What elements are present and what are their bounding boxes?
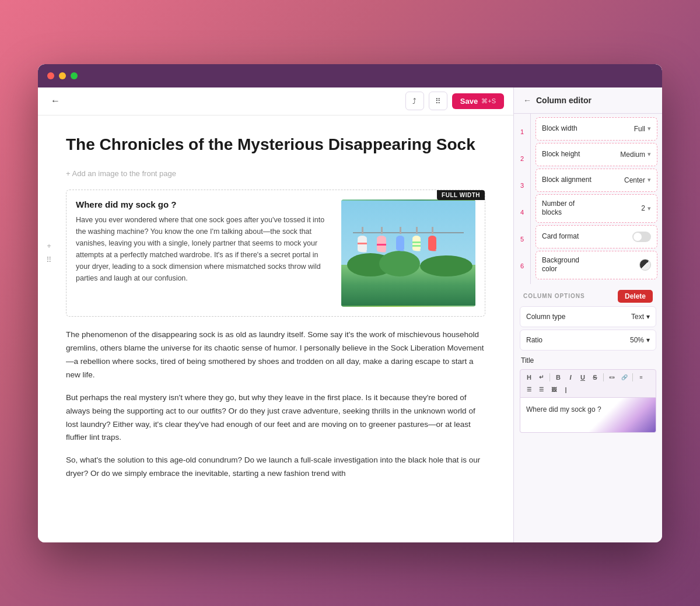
number-of-blocks-label: Number of blocks	[542, 199, 593, 218]
ratio-value-container: 50% ▾	[630, 336, 650, 344]
toolbar-align-btn[interactable]: ≡	[636, 372, 646, 383]
ratio-label: Ratio	[526, 336, 542, 344]
column-options-label: COLUMN OPTIONS	[523, 293, 585, 299]
title-section: Title H ↵ B I U S «» 🔗 ≡ ☰ ☰ 🖼	[514, 351, 662, 436]
add-image-prompt[interactable]: + Add an image to the front page	[66, 169, 485, 178]
drag-handle[interactable]: ⠿	[43, 254, 55, 266]
editor-area: The Chronicles of the Mysterious Disappe…	[38, 115, 513, 542]
column-type-label: Column type	[526, 313, 565, 321]
column-options: Column type Text ▾ Ratio 50% ▾	[514, 306, 662, 351]
toolbar-italic-btn[interactable]: I	[565, 372, 576, 383]
article-paragraph-1: The phenomenon of the disappearing sock …	[66, 328, 485, 382]
row-num-2: 2	[514, 145, 530, 172]
back-button[interactable]: ←	[47, 93, 64, 109]
block-alignment-label: Block alignment	[542, 176, 593, 185]
svg-rect-21	[412, 245, 421, 247]
panel-title: Column editor	[536, 96, 592, 105]
number-of-blocks-control: 2 ▾	[593, 204, 651, 212]
block-width-label: Block width	[542, 124, 593, 134]
maximize-button[interactable]	[71, 72, 78, 79]
block-controls: + ⠿	[43, 240, 55, 266]
block-alignment-value: Center	[624, 176, 645, 184]
toolbar-list-btn[interactable]: ☰	[524, 384, 534, 395]
row-numbers: 1 2 3 4 5 6	[514, 114, 531, 284]
toolbar-more-btn[interactable]: |	[561, 384, 571, 395]
toolbar-image-btn[interactable]: 🖼	[548, 384, 559, 395]
main-content: ← ⤴ ⠿ Save ⌘+S The Chronicles	[38, 87, 513, 542]
toolbar-right: ⤴ ⠿ Save ⌘+S	[405, 92, 504, 110]
block-alignment-control: Center ▾	[593, 176, 651, 184]
toolbar-underline-btn[interactable]: U	[578, 372, 588, 383]
card-format-label: Card format	[542, 232, 593, 241]
ratio-value: 50%	[630, 336, 644, 344]
toolbar-strikethrough-btn[interactable]: S	[590, 372, 600, 383]
article-paragraph-3: So, what's the solution to this age-old …	[66, 454, 485, 481]
column-type-arrow: ▾	[646, 313, 650, 321]
column-type-value-container: Text ▾	[631, 313, 650, 321]
browser-titlebar	[38, 64, 662, 87]
block-image	[341, 199, 475, 307]
title-field-label: Title	[520, 356, 656, 365]
grid-button[interactable]: ⠿	[429, 92, 447, 110]
row-num-6: 6	[514, 253, 530, 279]
toolbar-heading-btn[interactable]: H	[524, 372, 534, 383]
background-color-picker[interactable]	[639, 259, 651, 271]
ratio-row[interactable]: Ratio 50% ▾	[520, 330, 656, 351]
column-type-value: Text	[631, 313, 644, 321]
svg-rect-22	[432, 227, 433, 234]
number-of-blocks-row[interactable]: Number of blocks 2 ▾	[536, 194, 657, 223]
block-heading: Where did my sock go ?	[76, 199, 327, 209]
article-paragraph-2: But perhaps the real mystery isn't where…	[66, 391, 485, 445]
delete-button[interactable]: Delete	[618, 290, 653, 303]
export-button[interactable]: ⤴	[405, 92, 424, 110]
toggle-thumb	[634, 233, 642, 241]
toolbar-quotes-btn[interactable]: «»	[607, 372, 617, 383]
card-format-toggle[interactable]	[632, 232, 651, 242]
row-num-1: 1	[514, 118, 530, 145]
block-height-row[interactable]: Block height Medium ▾	[536, 143, 657, 166]
background-color-row[interactable]: Background color	[536, 251, 657, 279]
toolbar-sep-2	[603, 373, 604, 381]
article-title: The Chronicles of the Mysterious Disappe…	[66, 134, 485, 155]
settings-rows: Block width Full ▾ Block height Medium ▾	[531, 114, 662, 284]
block-height-control: Medium ▾	[593, 150, 651, 159]
background-color-label: Background color	[542, 256, 593, 274]
toolbar-ordered-btn[interactable]: ☰	[536, 384, 547, 395]
svg-rect-14	[400, 227, 401, 234]
block-width-control: Full ▾	[593, 125, 651, 133]
toolbar-link-btn[interactable]: 🔗	[619, 372, 629, 383]
card-format-control	[593, 232, 651, 242]
column-type-row[interactable]: Column type Text ▾	[520, 306, 656, 327]
svg-rect-6	[362, 227, 363, 234]
column-options-header: COLUMN OPTIONS Delete	[514, 284, 662, 306]
card-format-row[interactable]: Card format	[536, 225, 657, 248]
minimize-button[interactable]	[59, 72, 66, 79]
browser-body: ← ⤴ ⠿ Save ⌘+S The Chronicles	[38, 87, 662, 542]
toolbar: ← ⤴ ⠿ Save ⌘+S	[38, 87, 513, 115]
svg-rect-24	[428, 239, 436, 250]
block-text-content: Where did my sock go ? Have you ever won…	[76, 199, 332, 307]
grid-icon: ⠿	[435, 97, 441, 106]
traffic-lights	[47, 72, 78, 79]
toolbar-return-btn[interactable]: ↵	[536, 372, 547, 383]
svg-rect-16	[396, 239, 404, 250]
title-input-area[interactable]: Where did my sock go ?	[520, 398, 656, 433]
row-num-3: 3	[514, 172, 530, 199]
block-alignment-row[interactable]: Block alignment Center ▾	[536, 169, 657, 192]
content-block: + ⠿ FULL WIDTH Where did my sock go ? Ha…	[66, 190, 485, 317]
add-block-button[interactable]: +	[43, 240, 55, 252]
panel-back-icon[interactable]: ←	[523, 96, 531, 105]
svg-point-3	[379, 251, 420, 276]
title-toolbar: H ↵ B I U S «» 🔗 ≡ ☰ ☰ 🖼 |	[520, 369, 656, 398]
block-width-row[interactable]: Block width Full ▾	[536, 117, 657, 141]
toolbar-bold-btn[interactable]: B	[553, 372, 564, 383]
block-height-arrow: ▾	[648, 150, 651, 158]
ratio-arrow: ▾	[646, 336, 650, 344]
save-button[interactable]: Save ⌘+S	[452, 93, 504, 109]
close-button[interactable]	[47, 72, 54, 79]
svg-point-4	[420, 255, 473, 276]
toolbar-left: ←	[47, 93, 64, 109]
svg-rect-19	[412, 239, 421, 250]
block-inner: Where did my sock go ? Have you ever won…	[66, 190, 485, 316]
row-num-5: 5	[514, 226, 530, 253]
